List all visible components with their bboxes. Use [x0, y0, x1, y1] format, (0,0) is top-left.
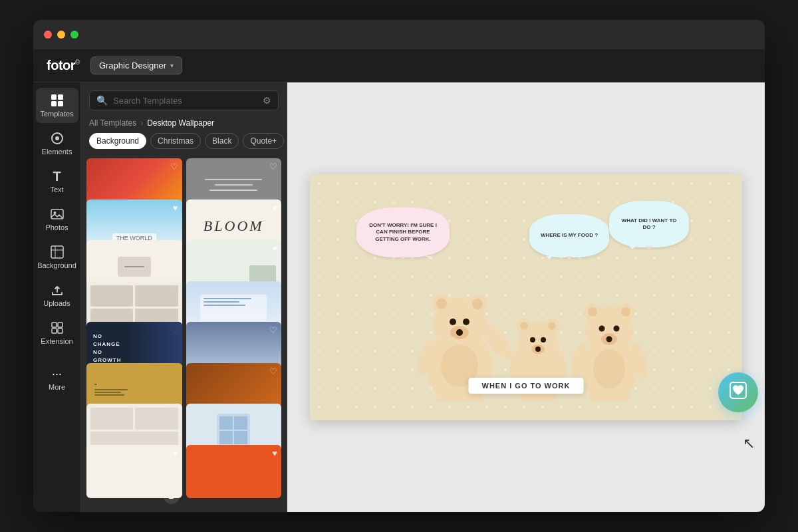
heart-icon[interactable]: ♡ — [269, 366, 277, 376]
svg-point-18 — [436, 299, 447, 309]
logo: fotor® — [47, 58, 80, 73]
templates-icon — [50, 93, 65, 108]
svg-point-53 — [606, 336, 612, 342]
sidebar-label-templates: Templates — [40, 110, 73, 118]
svg-point-22 — [463, 319, 469, 325]
work-banner: WHEN I GO TO WORK — [469, 378, 584, 394]
svg-point-47 — [588, 307, 597, 317]
maximize-button[interactable] — [70, 31, 78, 39]
template-card[interactable]: ♥ — [186, 445, 282, 499]
cursor-icon: ↖ — [743, 435, 755, 452]
sidebar-more[interactable]: ··· More — [36, 358, 78, 396]
svg-point-58 — [593, 349, 625, 389]
sidebar-item-extension[interactable]: Extension — [36, 315, 78, 350]
sidebar-item-photos[interactable]: Photos — [36, 201, 78, 237]
photos-icon — [50, 207, 65, 221]
svg-point-39 — [535, 346, 541, 352]
breadcrumb-current: Desktop Wallpaper — [147, 118, 214, 128]
breadcrumb: All Templates › Desktop Wallpaper — [81, 116, 287, 133]
breadcrumb-parent[interactable]: All Templates — [89, 118, 136, 128]
svg-point-51 — [614, 326, 620, 332]
svg-rect-8 — [51, 246, 63, 258]
sidebar-item-text[interactable]: T Text — [36, 164, 78, 199]
svg-point-20 — [472, 299, 483, 309]
background-icon — [50, 245, 65, 259]
search-container: 🔍 ⚙ — [81, 82, 287, 116]
sidebar-label-more: More — [49, 383, 65, 391]
title-bar — [33, 20, 765, 49]
svg-point-50 — [599, 326, 605, 332]
svg-rect-2 — [51, 101, 57, 106]
elements-icon — [50, 131, 65, 146]
extension-icon — [50, 321, 65, 335]
search-icon: 🔍 — [96, 95, 108, 106]
svg-rect-13 — [52, 329, 57, 333]
template-grid: ♡ ♡ ♥ THE WORLD — [81, 156, 287, 512]
speech-bubble-right: WHAT DID I WANT TO DO ? — [609, 201, 689, 247]
svg-point-35 — [548, 322, 556, 330]
sidebar-item-background[interactable]: Background — [36, 239, 78, 275]
minimize-button[interactable] — [57, 31, 65, 39]
breadcrumb-separator: › — [140, 118, 143, 128]
filter-icon[interactable]: ⚙ — [263, 95, 271, 106]
heart-fab-icon — [730, 382, 747, 403]
heart-icon[interactable]: ♥ — [272, 448, 277, 458]
svg-point-37 — [541, 337, 546, 342]
svg-point-24 — [456, 329, 463, 336]
svg-point-33 — [520, 322, 528, 330]
graphic-designer-dropdown[interactable]: Graphic Designer ▾ — [90, 57, 182, 74]
svg-rect-11 — [52, 323, 57, 327]
filter-tags: Background Christmas Black Quote+ — [81, 133, 287, 156]
text-icon: T — [50, 169, 65, 184]
chevron-down-icon: ▾ — [170, 62, 174, 69]
speech-bubble-left: DON'T WORRY! I'M SURE I CAN FINISH BEFOR… — [356, 207, 450, 257]
sidebar-item-templates[interactable]: Templates — [36, 88, 78, 123]
svg-point-5 — [55, 136, 59, 140]
tag-quote[interactable]: Quote+ — [243, 133, 284, 149]
more-dots-icon: ··· — [50, 366, 65, 381]
svg-point-7 — [53, 211, 56, 214]
sidebar-label-uploads: Uploads — [43, 299, 70, 307]
sidebar-label-elements: Elements — [42, 148, 72, 156]
tag-background[interactable]: Background — [89, 133, 146, 149]
speech-bubble-middle: WHERE IS MY FOOD ? — [529, 214, 609, 257]
svg-point-36 — [530, 337, 535, 342]
svg-rect-0 — [51, 94, 57, 100]
sidebar-label-photos: Photos — [45, 223, 68, 231]
sidebar-label-text: Text — [50, 186, 63, 194]
canvas[interactable]: DON'T WORRY! I'M SURE I CAN FINISH BEFOR… — [310, 174, 742, 420]
sidebar-label-extension: Extension — [41, 337, 72, 345]
close-button[interactable] — [44, 31, 52, 39]
heart-icon[interactable]: ♥ — [272, 243, 277, 253]
uploads-icon — [50, 283, 65, 297]
heart-icon[interactable]: ♥ — [173, 203, 178, 213]
heart-icon[interactable]: ♡ — [269, 325, 277, 335]
svg-point-21 — [450, 319, 456, 325]
heart-icon[interactable]: ♡ — [170, 162, 178, 172]
heart-icon[interactable]: ♥ — [173, 448, 178, 458]
header: fotor® Graphic Designer ▾ — [33, 49, 765, 82]
sidebar-item-uploads[interactable]: Uploads — [36, 277, 78, 313]
svg-point-49 — [621, 307, 630, 317]
sidebar-item-elements[interactable]: Elements — [36, 126, 78, 161]
main-layout: Templates Elements T Text — [33, 82, 765, 512]
template-panel: 🔍 ⚙ All Templates › Desktop Wallpaper Ba… — [81, 82, 287, 512]
tag-christmas[interactable]: Christmas — [150, 133, 201, 149]
sidebar: Templates Elements T Text — [33, 82, 81, 512]
svg-rect-1 — [58, 94, 63, 100]
sidebar-label-background: Background — [37, 261, 76, 269]
tag-black[interactable]: Black — [205, 133, 239, 149]
search-bar[interactable]: 🔍 ⚙ — [89, 90, 279, 110]
svg-rect-14 — [58, 329, 63, 333]
canvas-area: DON'T WORRY! I'M SURE I CAN FINISH BEFOR… — [287, 82, 765, 512]
search-input[interactable] — [113, 96, 257, 106]
favorite-fab-button[interactable] — [718, 372, 758, 412]
app-window: fotor® Graphic Designer ▾ Templates — [33, 20, 765, 512]
svg-rect-12 — [58, 323, 63, 327]
template-card[interactable]: ♥ — [86, 445, 182, 499]
heart-icon[interactable]: ♥ — [272, 203, 277, 213]
svg-rect-3 — [58, 101, 63, 106]
